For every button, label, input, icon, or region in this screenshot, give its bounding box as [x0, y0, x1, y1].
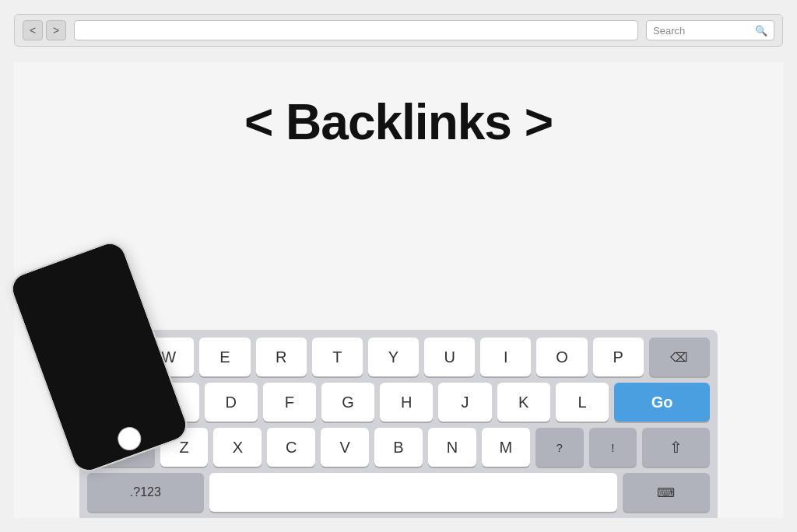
- search-label: Search: [653, 25, 750, 37]
- key-exclaim[interactable]: !: [589, 428, 637, 467]
- key-c[interactable]: C: [267, 428, 315, 467]
- search-icon: 🔍: [755, 25, 767, 37]
- key-k[interactable]: K: [497, 383, 550, 422]
- address-bar[interactable]: [74, 20, 638, 40]
- key-x[interactable]: X: [213, 428, 262, 467]
- key-g[interactable]: G: [321, 383, 374, 422]
- key-spacebar[interactable]: [209, 473, 617, 512]
- key-shift-right[interactable]: ⇧: [642, 428, 710, 467]
- key-i[interactable]: I: [480, 338, 531, 376]
- key-u[interactable]: U: [424, 338, 475, 376]
- key-question[interactable]: ?: [535, 428, 584, 467]
- key-e[interactable]: E: [199, 338, 250, 376]
- key-backspace[interactable]: ⌫: [649, 338, 710, 376]
- key-t[interactable]: T: [312, 338, 363, 376]
- search-box[interactable]: Search 🔍: [646, 20, 774, 40]
- key-numbers[interactable]: .?123: [87, 473, 204, 512]
- key-j[interactable]: J: [438, 383, 491, 422]
- key-b[interactable]: B: [374, 428, 423, 467]
- key-h[interactable]: H: [380, 383, 433, 422]
- keyboard-row-4: .?123 ⌨: [87, 473, 710, 512]
- forward-button[interactable]: >: [46, 20, 66, 40]
- key-r[interactable]: R: [256, 338, 307, 376]
- nav-buttons: < >: [23, 20, 66, 40]
- key-o[interactable]: O: [536, 338, 587, 376]
- backlinks-heading: < Backlinks >: [244, 93, 553, 151]
- key-keyboard-icon[interactable]: ⌨: [623, 473, 710, 512]
- key-go[interactable]: Go: [614, 383, 710, 422]
- key-l[interactable]: L: [556, 383, 609, 422]
- key-m[interactable]: M: [482, 428, 530, 467]
- back-button[interactable]: <: [23, 20, 43, 40]
- key-d[interactable]: D: [205, 383, 258, 422]
- browser-bar: < > Search 🔍: [14, 14, 783, 47]
- keyboard-row-1: Q W E R T Y U I O P ⌫: [87, 338, 710, 376]
- key-p[interactable]: P: [593, 338, 644, 376]
- key-v[interactable]: V: [321, 428, 369, 467]
- key-n[interactable]: N: [428, 428, 476, 467]
- key-y[interactable]: Y: [368, 338, 419, 376]
- key-f[interactable]: F: [263, 383, 316, 422]
